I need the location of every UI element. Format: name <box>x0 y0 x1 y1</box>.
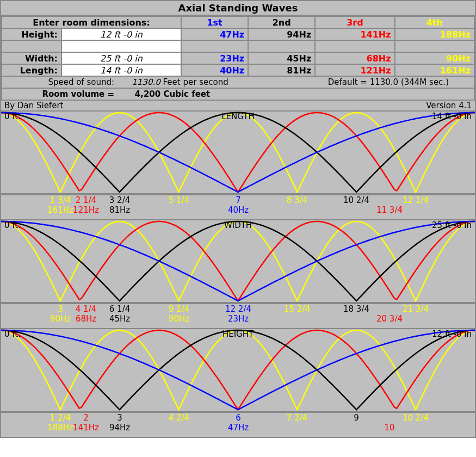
node-label: 18 3/4 <box>343 304 369 314</box>
height-3: 141Hz <box>315 28 394 40</box>
freq-label: 10 <box>384 423 394 433</box>
author: By Dan Siefert <box>4 101 63 110</box>
length-1: 40Hz <box>181 64 248 76</box>
node-label: 3 <box>117 413 122 423</box>
height-input[interactable]: 12 ft -0 in <box>61 28 181 40</box>
chart-right: 14 ft -0 in <box>432 112 472 121</box>
node-label: 1 2/4 <box>50 413 71 423</box>
length-4: 161Hz <box>395 64 474 76</box>
node-label: 5 1/4 <box>169 195 189 205</box>
order-row: Enter room dimensions: 1st 2nd 3rd 4th <box>2 16 474 28</box>
chart-left: 0 ft. <box>4 220 21 230</box>
length-2: 81Hz <box>248 64 315 76</box>
chart-right: 12 ft -0 in <box>432 329 472 339</box>
width-4: 90Hz <box>395 52 474 64</box>
width-3: 68Hz <box>315 52 394 64</box>
volume-label: Room volume = <box>5 89 114 99</box>
app-title: Axial Standing Waves <box>1 1 475 16</box>
volume-unit: Cubic feet <box>163 89 210 99</box>
height-2: 94Hz <box>248 28 315 40</box>
chart-name: LENGTH <box>221 112 255 121</box>
chart-height: 0 ft.HEIGHT12 ft -0 in1 2/4234 2/467 2/4… <box>1 328 475 437</box>
volume-value: 4,200 <box>117 89 160 99</box>
chart-name: HEIGHT <box>222 329 254 339</box>
sound-unit: Feet per second <box>163 77 228 87</box>
node-label: 6 1/4 <box>109 304 130 314</box>
node-label: 9 <box>354 413 359 423</box>
freq-label: 161Hz <box>47 205 73 215</box>
sound-default: Default = 1130.0 (344M sec.) <box>328 77 471 87</box>
ord-1: 1st <box>181 16 248 28</box>
node-label: 21 3/4 <box>403 304 429 314</box>
node-label: 15 2/4 <box>284 304 310 314</box>
node-label: 2 <box>83 413 89 423</box>
spacer-row <box>2 40 474 52</box>
ord-2: 2nd <box>248 16 315 28</box>
freq-label: 81Hz <box>109 205 130 215</box>
ord-4: 4th <box>395 16 474 28</box>
chart-right: 25 ft -0 in <box>432 220 472 230</box>
node-label: 9 1/4 <box>169 304 189 314</box>
node-label: 12 2/4 <box>225 304 251 314</box>
chart-left: 0 ft. <box>4 329 21 339</box>
byline: By Dan Siefert Version 4.1 <box>1 101 475 110</box>
width-label: Width: <box>2 52 61 64</box>
node-label: 4 1/4 <box>76 304 96 314</box>
freq-label: 188Hz <box>47 423 73 433</box>
freq-label: 11 3/4 <box>376 205 403 215</box>
height-1: 47Hz <box>181 28 248 40</box>
freq-label: 47Hz <box>228 423 249 433</box>
input-table: Enter room dimensions: 1st 2nd 3rd 4th H… <box>1 16 475 101</box>
height-label: Height: <box>2 28 61 40</box>
freq-label: 90Hz <box>169 314 189 324</box>
node-label: 10 2/4 <box>343 195 369 205</box>
length-3: 121Hz <box>315 64 394 76</box>
width-1: 23Hz <box>181 52 248 64</box>
chart-length: 0 ft.LENGTH14 ft -0 in1 3/42 1/43 2/45 1… <box>1 110 475 219</box>
node-label: 6 <box>236 413 241 423</box>
width-2: 45Hz <box>248 52 315 64</box>
height-row: Height: 12 ft -0 in 47Hz 94Hz 141Hz 188H… <box>2 28 474 40</box>
node-label: 7 2/4 <box>287 413 307 423</box>
length-label: Length: <box>2 64 61 76</box>
node-label: 10 2/4 <box>403 413 429 423</box>
freq-label: 68Hz <box>76 314 96 324</box>
freq-label: 20 3/4 <box>376 314 403 324</box>
node-label: 2 1/4 <box>76 195 96 205</box>
chart-left: 0 ft. <box>4 112 21 121</box>
length-row: Length: 14 ft -0 in 40Hz 81Hz 121Hz 161H… <box>2 64 474 76</box>
ord-3: 3rd <box>315 16 394 28</box>
width-input[interactable]: 25 ft -0 in <box>61 52 181 64</box>
freq-label: 45Hz <box>109 314 130 324</box>
chart-width: 0 ft.WIDTH25 ft -0 in34 1/46 1/49 1/412 … <box>1 219 475 328</box>
sound-row: Speed of sound: 1130.0 Feet per second D… <box>2 76 474 88</box>
freq-label: 121Hz <box>73 205 99 215</box>
prompt: Enter room dimensions: <box>2 16 181 28</box>
node-label: 4 2/4 <box>169 413 189 423</box>
freq-label: 40Hz <box>228 205 249 215</box>
sound-label: Speed of sound: <box>5 77 114 87</box>
node-label: 7 <box>236 195 241 205</box>
node-label: 3 <box>58 304 63 314</box>
freq-label: 90Hz <box>50 314 71 324</box>
node-label: 1 3/4 <box>50 195 71 205</box>
width-row: Width: 25 ft -0 in 23Hz 45Hz 68Hz 90Hz <box>2 52 474 64</box>
freq-label: 23Hz <box>228 314 249 324</box>
charts-area: 0 ft.LENGTH14 ft -0 in1 3/42 1/43 2/45 1… <box>1 110 475 437</box>
volume-row: Room volume = 4,200 Cubic feet <box>2 88 474 100</box>
app-frame: Axial Standing Waves Enter room dimensio… <box>0 0 476 438</box>
sound-value[interactable]: 1130.0 <box>117 77 160 87</box>
version: Version 4.1 <box>426 101 472 110</box>
node-label: 8 3/4 <box>287 195 307 205</box>
height-4: 188Hz <box>395 28 474 40</box>
node-label: 3 2/4 <box>109 195 130 205</box>
node-label: 12 1/4 <box>403 195 429 205</box>
chart-name: WIDTH <box>224 220 252 230</box>
freq-label: 141Hz <box>73 423 99 433</box>
length-input[interactable]: 14 ft -0 in <box>61 64 181 76</box>
freq-label: 94Hz <box>109 423 130 433</box>
